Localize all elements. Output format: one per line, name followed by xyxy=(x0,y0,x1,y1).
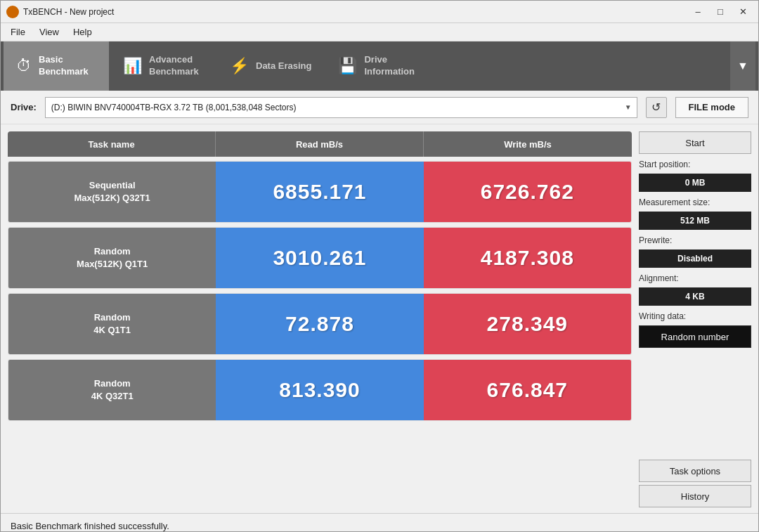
task-name-1: RandomMax(512K) Q1T1 xyxy=(8,228,216,288)
maximize-button[interactable]: □ xyxy=(711,4,730,20)
read-value-1: 3010.261 xyxy=(216,228,423,288)
tab-basic-benchmark-label: BasicBenchmark xyxy=(39,54,89,78)
start-position-value: 0 MB xyxy=(639,174,751,192)
header-read: Read mB/s xyxy=(216,131,424,157)
titlebar: TxBENCH - New project – □ ✕ xyxy=(1,1,758,23)
write-value-0: 6726.762 xyxy=(424,162,631,222)
alignment-value: 4 KB xyxy=(639,287,751,306)
statusbar: Basic Benchmark finished successfully. xyxy=(1,513,758,532)
table-row: SequentialMax(512K) Q32T1 6855.171 6726.… xyxy=(8,161,632,223)
task-name-0: SequentialMax(512K) Q32T1 xyxy=(8,162,216,222)
alignment-label: Alignment: xyxy=(639,273,751,283)
writing-data-value[interactable]: Random number xyxy=(639,325,751,348)
task-options-button[interactable]: Task options xyxy=(639,460,751,482)
drive-tab-icon: 💾 xyxy=(338,57,357,75)
write-value-2: 278.349 xyxy=(424,294,631,354)
writing-data-label: Writing data: xyxy=(639,311,751,321)
menu-help[interactable]: Help xyxy=(66,25,99,39)
app-icon xyxy=(6,6,19,18)
right-panel: Start Start position: 0 MB Measurement s… xyxy=(639,131,751,507)
window-title: TxBENCH - New project xyxy=(23,7,688,17)
table-row: Random4K Q32T1 813.390 676.847 xyxy=(8,359,632,421)
erase-icon: ⚡ xyxy=(230,57,249,75)
drive-label: Drive: xyxy=(11,102,37,112)
measurement-size-value: 512 MB xyxy=(639,212,751,230)
status-text: Basic Benchmark finished successfully. xyxy=(11,521,169,531)
read-value-0: 6855.171 xyxy=(216,162,423,222)
table-row: RandomMax(512K) Q1T1 3010.261 4187.308 xyxy=(8,227,632,289)
write-value-3: 676.847 xyxy=(424,360,631,420)
main-content: Task name Read mB/s Write mB/s Sequentia… xyxy=(1,124,758,507)
menubar: File View Help xyxy=(1,23,758,41)
tab-drive-information[interactable]: 💾 DriveInformation xyxy=(325,41,431,91)
timer-icon: ⏱ xyxy=(16,57,32,75)
task-name-2: Random4K Q1T1 xyxy=(8,294,216,354)
menu-view[interactable]: View xyxy=(32,25,66,39)
minimize-button[interactable]: – xyxy=(688,4,708,20)
benchmark-table: Task name Read mB/s Write mB/s Sequentia… xyxy=(8,131,632,507)
menu-file[interactable]: File xyxy=(4,25,32,39)
table-row: Random4K Q1T1 72.878 278.349 xyxy=(8,293,632,355)
drive-select-wrapper: (D:) BIWIN BNV740004TB-RGX 3.72 TB (8,00… xyxy=(45,97,637,118)
task-name-3: Random4K Q32T1 xyxy=(8,360,216,420)
tab-advanced-benchmark-label: AdvancedBenchmark xyxy=(149,54,199,78)
read-value-3: 813.390 xyxy=(216,360,423,420)
bench-header: Task name Read mB/s Write mB/s xyxy=(8,131,632,157)
history-button[interactable]: History xyxy=(639,485,751,507)
window-controls: – □ ✕ xyxy=(688,4,753,20)
tab-data-erasing-label: Data Erasing xyxy=(256,60,311,72)
tab-data-erasing[interactable]: ⚡ Data Erasing xyxy=(217,41,324,91)
measurement-size-label: Measurement size: xyxy=(639,197,751,207)
close-button[interactable]: ✕ xyxy=(733,4,753,20)
write-value-1: 4187.308 xyxy=(424,228,631,288)
tab-drive-information-label: DriveInformation xyxy=(364,54,415,78)
prewrite-label: Prewrite: xyxy=(639,235,751,245)
tab-advanced-benchmark[interactable]: 📊 AdvancedBenchmark xyxy=(110,41,216,91)
drive-refresh-button[interactable]: ↺ xyxy=(646,97,667,118)
bench-rows: SequentialMax(512K) Q32T1 6855.171 6726.… xyxy=(8,161,632,421)
drivebar: Drive: (D:) BIWIN BNV740004TB-RGX 3.72 T… xyxy=(1,91,758,124)
tab-basic-benchmark[interactable]: ⏱ BasicBenchmark xyxy=(4,41,109,91)
header-task: Task name xyxy=(8,131,216,157)
drive-select[interactable]: (D:) BIWIN BNV740004TB-RGX 3.72 TB (8,00… xyxy=(45,97,637,118)
chart-icon: 📊 xyxy=(123,57,142,75)
file-mode-button[interactable]: FILE mode xyxy=(675,97,748,118)
prewrite-value: Disabled xyxy=(639,249,751,268)
toolbar-dropdown[interactable]: ▼ xyxy=(730,41,755,91)
toolbar: ⏱ BasicBenchmark 📊 AdvancedBenchmark ⚡ D… xyxy=(1,41,758,91)
refresh-icon: ↺ xyxy=(651,100,661,114)
start-position-label: Start position: xyxy=(639,160,751,169)
header-write: Write mB/s xyxy=(424,131,632,157)
start-button[interactable]: Start xyxy=(639,131,751,154)
read-value-2: 72.878 xyxy=(216,294,423,354)
